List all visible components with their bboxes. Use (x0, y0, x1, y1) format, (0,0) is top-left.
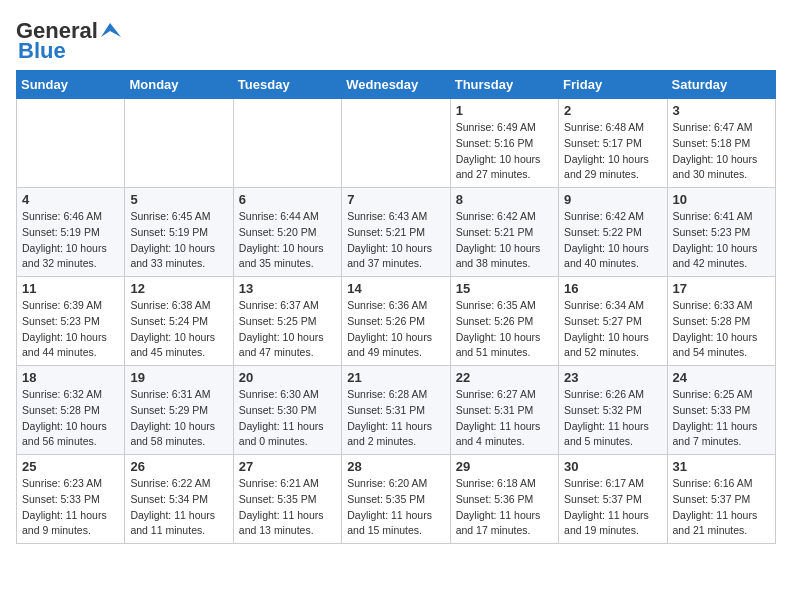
col-header-saturday: Saturday (667, 71, 775, 99)
day-info-line: Sunset: 5:25 PM (239, 314, 336, 330)
day-info-line: Daylight: 10 hours (130, 330, 227, 346)
day-number: 26 (130, 459, 227, 474)
day-number: 13 (239, 281, 336, 296)
day-info: Sunrise: 6:33 AMSunset: 5:28 PMDaylight:… (673, 298, 770, 361)
day-info: Sunrise: 6:17 AMSunset: 5:37 PMDaylight:… (564, 476, 661, 539)
day-info-line: and 58 minutes. (130, 434, 227, 450)
day-info-line: and 54 minutes. (673, 345, 770, 361)
day-info-line: Daylight: 10 hours (130, 419, 227, 435)
day-info-line: Sunset: 5:30 PM (239, 403, 336, 419)
day-info-line: Sunset: 5:37 PM (673, 492, 770, 508)
calendar-day-22: 22Sunrise: 6:27 AMSunset: 5:31 PMDayligh… (450, 366, 558, 455)
day-info-line: Sunrise: 6:25 AM (673, 387, 770, 403)
calendar-day-15: 15Sunrise: 6:35 AMSunset: 5:26 PMDayligh… (450, 277, 558, 366)
day-info-line: Daylight: 11 hours (673, 508, 770, 524)
day-info-line: Sunrise: 6:44 AM (239, 209, 336, 225)
day-info-line: Sunset: 5:31 PM (456, 403, 553, 419)
day-info-line: Sunset: 5:23 PM (22, 314, 119, 330)
day-info-line: Daylight: 10 hours (22, 330, 119, 346)
calendar-day-25: 25Sunrise: 6:23 AMSunset: 5:33 PMDayligh… (17, 455, 125, 544)
day-info-line: Daylight: 10 hours (239, 330, 336, 346)
day-number: 8 (456, 192, 553, 207)
day-info-line: and 5 minutes. (564, 434, 661, 450)
calendar-empty-cell (125, 99, 233, 188)
day-info-line: and 45 minutes. (130, 345, 227, 361)
day-info-line: Sunset: 5:35 PM (239, 492, 336, 508)
day-info-line: Sunrise: 6:42 AM (456, 209, 553, 225)
calendar-day-26: 26Sunrise: 6:22 AMSunset: 5:34 PMDayligh… (125, 455, 233, 544)
day-info-line: Sunrise: 6:16 AM (673, 476, 770, 492)
day-number: 7 (347, 192, 444, 207)
calendar-day-19: 19Sunrise: 6:31 AMSunset: 5:29 PMDayligh… (125, 366, 233, 455)
day-info-line: Sunrise: 6:38 AM (130, 298, 227, 314)
calendar-day-31: 31Sunrise: 6:16 AMSunset: 5:37 PMDayligh… (667, 455, 775, 544)
day-info-line: Sunrise: 6:23 AM (22, 476, 119, 492)
day-number: 2 (564, 103, 661, 118)
day-number: 14 (347, 281, 444, 296)
day-info-line: and 29 minutes. (564, 167, 661, 183)
day-info-line: Sunrise: 6:49 AM (456, 120, 553, 136)
day-info-line: and 7 minutes. (673, 434, 770, 450)
calendar-day-17: 17Sunrise: 6:33 AMSunset: 5:28 PMDayligh… (667, 277, 775, 366)
calendar-day-11: 11Sunrise: 6:39 AMSunset: 5:23 PMDayligh… (17, 277, 125, 366)
day-info-line: Daylight: 11 hours (456, 508, 553, 524)
day-number: 28 (347, 459, 444, 474)
calendar-day-9: 9Sunrise: 6:42 AMSunset: 5:22 PMDaylight… (559, 188, 667, 277)
day-info: Sunrise: 6:39 AMSunset: 5:23 PMDaylight:… (22, 298, 119, 361)
day-number: 6 (239, 192, 336, 207)
day-info-line: and 27 minutes. (456, 167, 553, 183)
day-info-line: and 47 minutes. (239, 345, 336, 361)
day-info: Sunrise: 6:26 AMSunset: 5:32 PMDaylight:… (564, 387, 661, 450)
day-number: 27 (239, 459, 336, 474)
day-info-line: Daylight: 10 hours (347, 330, 444, 346)
day-info-line: Sunset: 5:24 PM (130, 314, 227, 330)
day-number: 23 (564, 370, 661, 385)
calendar-empty-cell (233, 99, 341, 188)
day-info-line: and 52 minutes. (564, 345, 661, 361)
day-info-line: Sunset: 5:19 PM (130, 225, 227, 241)
day-info-line: Sunset: 5:17 PM (564, 136, 661, 152)
day-info-line: Sunrise: 6:21 AM (239, 476, 336, 492)
day-info-line: Sunset: 5:28 PM (22, 403, 119, 419)
day-number: 25 (22, 459, 119, 474)
day-info-line: Sunrise: 6:37 AM (239, 298, 336, 314)
day-info-line: Daylight: 11 hours (130, 508, 227, 524)
day-info: Sunrise: 6:41 AMSunset: 5:23 PMDaylight:… (673, 209, 770, 272)
day-info-line: Sunset: 5:28 PM (673, 314, 770, 330)
day-info-line: Sunrise: 6:36 AM (347, 298, 444, 314)
day-number: 17 (673, 281, 770, 296)
day-info-line: Sunset: 5:35 PM (347, 492, 444, 508)
day-info-line: Daylight: 10 hours (347, 241, 444, 257)
day-info-line: Daylight: 11 hours (239, 419, 336, 435)
col-header-monday: Monday (125, 71, 233, 99)
day-number: 21 (347, 370, 444, 385)
day-number: 19 (130, 370, 227, 385)
day-info-line: Sunset: 5:18 PM (673, 136, 770, 152)
day-info-line: Sunrise: 6:22 AM (130, 476, 227, 492)
day-info-line: Sunrise: 6:28 AM (347, 387, 444, 403)
day-info-line: Sunrise: 6:31 AM (130, 387, 227, 403)
day-number: 24 (673, 370, 770, 385)
calendar-header-row: SundayMondayTuesdayWednesdayThursdayFrid… (17, 71, 776, 99)
calendar-day-30: 30Sunrise: 6:17 AMSunset: 5:37 PMDayligh… (559, 455, 667, 544)
day-number: 9 (564, 192, 661, 207)
logo: General Blue (16, 20, 121, 62)
calendar-empty-cell (342, 99, 450, 188)
day-info: Sunrise: 6:43 AMSunset: 5:21 PMDaylight:… (347, 209, 444, 272)
day-info: Sunrise: 6:22 AMSunset: 5:34 PMDaylight:… (130, 476, 227, 539)
calendar-day-20: 20Sunrise: 6:30 AMSunset: 5:30 PMDayligh… (233, 366, 341, 455)
calendar-day-24: 24Sunrise: 6:25 AMSunset: 5:33 PMDayligh… (667, 366, 775, 455)
day-info-line: Sunrise: 6:35 AM (456, 298, 553, 314)
day-info-line: and 38 minutes. (456, 256, 553, 272)
day-info: Sunrise: 6:32 AMSunset: 5:28 PMDaylight:… (22, 387, 119, 450)
day-info-line: and 35 minutes. (239, 256, 336, 272)
day-info-line: Sunrise: 6:32 AM (22, 387, 119, 403)
calendar-day-18: 18Sunrise: 6:32 AMSunset: 5:28 PMDayligh… (17, 366, 125, 455)
day-info-line: and 15 minutes. (347, 523, 444, 539)
day-info-line: and 17 minutes. (456, 523, 553, 539)
day-info-line: Daylight: 11 hours (347, 419, 444, 435)
day-info-line: and 37 minutes. (347, 256, 444, 272)
calendar-day-1: 1Sunrise: 6:49 AMSunset: 5:16 PMDaylight… (450, 99, 558, 188)
day-info-line: Daylight: 11 hours (239, 508, 336, 524)
calendar-day-10: 10Sunrise: 6:41 AMSunset: 5:23 PMDayligh… (667, 188, 775, 277)
